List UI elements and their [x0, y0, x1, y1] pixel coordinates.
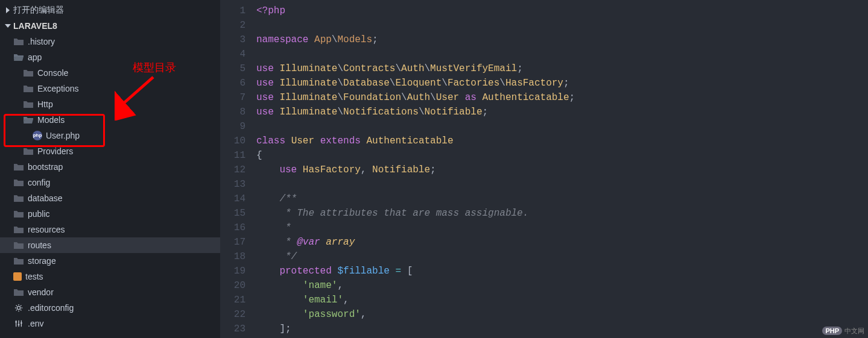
line-number: 1 — [220, 4, 246, 18]
folder-icon — [13, 178, 24, 187]
code-line: * @var array — [256, 235, 868, 249]
code-content[interactable]: <?phpnamespace App\Models;use Illuminate… — [256, 4, 868, 338]
code-line: namespace App\Models; — [256, 33, 868, 47]
line-number: 2 — [220, 18, 246, 33]
line-number-gutter: 1234567891011121314151617181920212223 — [220, 4, 256, 338]
svg-point-0 — [17, 306, 20, 309]
tree-item-label: Console — [37, 68, 68, 78]
svg-rect-3 — [21, 322, 22, 324]
tree-item-providers[interactable]: Providers — [0, 143, 220, 159]
code-line: use Illuminate\Database\Eloquent\Factori… — [256, 76, 868, 90]
line-number: 10 — [220, 134, 246, 148]
line-number: 19 — [220, 264, 246, 278]
code-line: * The attributes that are mass assignabl… — [256, 206, 868, 221]
line-number: 11 — [220, 148, 246, 163]
tree-item-label: .env — [28, 319, 43, 328]
tree-item-label: bootstrap — [28, 162, 63, 172]
folder-icon — [13, 225, 24, 234]
tree-item-database[interactable]: database — [0, 190, 220, 206]
svg-rect-1 — [15, 322, 17, 323]
line-number: 8 — [220, 105, 246, 119]
env-icon — [13, 319, 24, 328]
code-line: use HasFactory, Notifiable; — [256, 163, 868, 177]
line-number: 5 — [220, 61, 246, 76]
tree-item-history[interactable]: .history — [0, 34, 220, 49]
code-line: <?php — [256, 4, 868, 18]
tree-item-editorconfig[interactable]: .editorconfig — [0, 300, 220, 316]
chevron-down-icon — [4, 22, 12, 30]
folder-open-icon — [13, 52, 24, 62]
tree-item-label: Http — [37, 99, 53, 109]
project-name-label: LARAVEL8 — [13, 21, 57, 31]
code-line — [256, 119, 868, 134]
code-line — [256, 177, 868, 192]
code-line: use Illuminate\Foundation\Auth\User as A… — [256, 90, 868, 105]
folder-icon — [23, 68, 34, 78]
tree-item-models[interactable]: Models — [0, 112, 220, 128]
code-line — [256, 47, 868, 61]
line-number: 15 — [220, 206, 246, 221]
tree-item-exceptions[interactable]: Exceptions — [0, 81, 220, 96]
tree-item-vendor[interactable]: vendor — [0, 284, 220, 300]
tree-item-label: database — [28, 193, 63, 203]
tree-item-routes[interactable]: routes — [0, 237, 220, 253]
tree-item-label: .editorconfig — [28, 303, 74, 313]
line-number: 16 — [220, 221, 246, 235]
folder-icon — [23, 146, 34, 156]
line-number: 18 — [220, 249, 246, 264]
tests-folder-icon — [13, 272, 22, 281]
line-number: 7 — [220, 90, 246, 105]
tree-item-public[interactable]: public — [0, 206, 220, 222]
code-line: 'name', — [256, 278, 868, 293]
code-line — [256, 18, 868, 33]
watermark: PHP中文网 — [822, 327, 864, 336]
tree-item-label: config — [28, 178, 50, 187]
line-number: 3 — [220, 33, 246, 47]
folder-icon — [13, 287, 24, 297]
code-line: /** — [256, 192, 868, 206]
folder-icon — [13, 256, 24, 266]
tree-item-userphp[interactable]: phpUser.php — [0, 128, 220, 143]
tree-item-env[interactable]: .env — [0, 316, 220, 331]
code-line: use Illuminate\Contracts\Auth\MustVerify… — [256, 61, 868, 76]
php-file-icon: php — [33, 131, 42, 140]
chevron-right-icon — [4, 6, 12, 14]
folder-icon — [13, 162, 24, 172]
line-number: 20 — [220, 278, 246, 293]
tree-item-resources[interactable]: resources — [0, 222, 220, 237]
tree-item-app[interactable]: app — [0, 49, 220, 65]
tree-item-tests[interactable]: tests — [0, 269, 220, 284]
code-line: * — [256, 221, 868, 235]
tree-item-label: app — [28, 52, 42, 62]
tree-item-bootstrap[interactable]: bootstrap — [0, 159, 220, 175]
tree-item-storage[interactable]: storage — [0, 253, 220, 269]
tree-item-label: .history — [28, 37, 55, 46]
line-number: 4 — [220, 47, 246, 61]
tree-item-console[interactable]: Console — [0, 65, 220, 81]
tree-item-config[interactable]: config — [0, 175, 220, 190]
line-number: 17 — [220, 235, 246, 249]
folder-icon — [13, 240, 24, 250]
folder-icon — [23, 84, 34, 93]
code-editor[interactable]: 1234567891011121314151617181920212223 <?… — [220, 0, 868, 338]
tree-item-label: Models — [37, 115, 65, 125]
tree-item-http[interactable]: Http — [0, 96, 220, 112]
code-line: use Illuminate\Notifications\Notifiable; — [256, 105, 868, 119]
svg-rect-2 — [18, 324, 20, 325]
code-line: protected $fillable = [ — [256, 264, 868, 278]
tree-item-label: Exceptions — [37, 84, 78, 93]
folder-icon — [13, 37, 24, 46]
watermark-php: PHP — [822, 327, 842, 335]
tree-item-label: routes — [28, 240, 51, 250]
code-line: 'email', — [256, 293, 868, 307]
tree-item-label: tests — [25, 272, 43, 281]
line-number: 13 — [220, 177, 246, 192]
line-number: 21 — [220, 293, 246, 307]
open-editors-section[interactable]: 打开的编辑器 — [0, 2, 220, 18]
tree-item-label: vendor — [28, 287, 54, 297]
code-line: 'password', — [256, 307, 868, 322]
project-root[interactable]: LARAVEL8 — [0, 18, 220, 34]
line-number: 23 — [220, 322, 246, 336]
folder-icon — [13, 209, 24, 219]
tree-item-label: Providers — [37, 146, 73, 156]
